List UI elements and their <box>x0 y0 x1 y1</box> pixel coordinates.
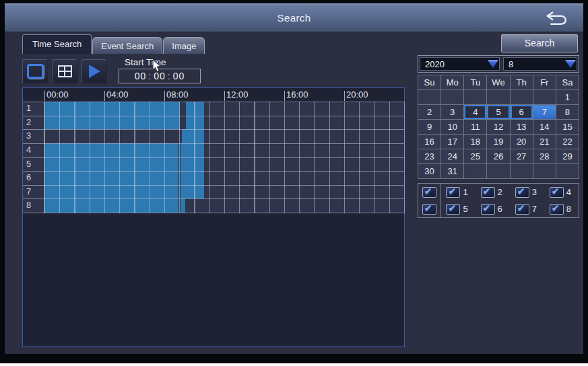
calendar-day-27[interactable]: 27 <box>510 149 533 164</box>
calendar-day-7[interactable]: 7 <box>533 105 556 120</box>
timeline-track-ch1[interactable] <box>44 102 404 116</box>
channel-checkbox-3[interactable]: ✔ <box>515 187 529 198</box>
timeline-channel-label: 2 <box>26 116 44 129</box>
search-button[interactable]: Search <box>501 34 578 52</box>
calendar-weekday-header: Su <box>418 75 441 90</box>
timeline-row-ch2[interactable]: 2 <box>23 116 404 130</box>
timeline-channel-label: 3 <box>26 129 44 143</box>
play-button[interactable] <box>81 59 107 83</box>
calendar-day-empty <box>487 164 510 179</box>
calendar-day-19[interactable]: 19 <box>487 135 510 149</box>
calendar-day-31[interactable]: 31 <box>441 164 464 179</box>
month-value: 8 <box>509 59 513 69</box>
channel-checkbox-7[interactable]: ✔ <box>515 204 529 215</box>
timeline-row-ch7[interactable]: 7 <box>23 185 404 199</box>
calendar-day-25[interactable]: 25 <box>464 149 487 164</box>
calendar-day-8[interactable]: 8 <box>556 105 579 120</box>
timeline-track-ch7[interactable] <box>44 185 404 199</box>
channel-checkbox-4[interactable]: ✔ <box>550 187 564 198</box>
check-icon: ✔ <box>483 203 491 213</box>
check-icon: ✔ <box>448 203 456 213</box>
year-dropdown[interactable]: 2020 <box>420 57 500 71</box>
calendar-day-22[interactable]: 22 <box>556 135 579 149</box>
recording-segment <box>181 185 203 199</box>
timeline-track-ch6[interactable] <box>44 171 404 185</box>
channel-checkbox-2[interactable]: ✔ <box>481 187 495 198</box>
timeline-row-ch4[interactable]: 4 <box>23 143 404 157</box>
calendar-day-3[interactable]: 3 <box>441 105 464 120</box>
timeline-row-ch1[interactable]: 1 <box>23 102 404 116</box>
calendar-day-16[interactable]: 16 <box>418 135 441 149</box>
calendar-day-20[interactable]: 20 <box>510 135 533 149</box>
calendar-day-12[interactable]: 12 <box>487 120 510 135</box>
calendar-day-29[interactable]: 29 <box>556 149 579 164</box>
calendar-day-1[interactable]: 1 <box>556 90 579 105</box>
recording-segment <box>186 102 204 116</box>
calendar-day-24[interactable]: 24 <box>441 149 464 164</box>
timeline-channel-label: 6 <box>26 171 44 184</box>
back-button[interactable] <box>539 7 574 28</box>
timeline-hour-label: 00:00 <box>46 89 69 100</box>
master-checkbox-row2[interactable]: ✔ <box>422 204 436 215</box>
tab-time-search[interactable]: Time Search <box>22 34 92 54</box>
calendar-day-28[interactable]: 28 <box>533 149 556 164</box>
recording-segment <box>181 171 203 185</box>
calendar-day-15[interactable]: 15 <box>556 120 579 135</box>
timeline-grid[interactable]: 12345678 <box>23 102 404 213</box>
calendar-day-11[interactable]: 11 <box>464 120 487 135</box>
quad-screen-button[interactable] <box>52 59 77 83</box>
timeline-track-ch8[interactable] <box>44 198 404 213</box>
recording-segment <box>44 171 178 185</box>
master-checkbox-row1[interactable]: ✔ <box>422 187 436 198</box>
calendar-day-13[interactable]: 13 <box>510 120 533 135</box>
calendar-day-empty <box>510 90 533 105</box>
timeline-panel: 00:0004:0008:0012:0016:0020:00 12345678 <box>22 87 405 347</box>
calendar-day-4[interactable]: 4 <box>464 105 487 120</box>
timeline-channel-label: 8 <box>26 198 44 212</box>
timeline-row-ch8[interactable]: 8 <box>23 198 404 213</box>
channel-checkbox-5[interactable]: ✔ <box>446 204 460 215</box>
channel-checkbox-group: ✔6 <box>476 204 510 215</box>
check-icon: ✔ <box>448 186 456 196</box>
calendar-day-empty <box>464 164 487 179</box>
channel-checkbox-8[interactable]: ✔ <box>550 204 564 215</box>
calendar-day-17[interactable]: 17 <box>441 135 464 149</box>
calendar-day-14[interactable]: 14 <box>533 120 556 135</box>
timeline-track-ch3[interactable] <box>44 129 404 143</box>
calendar-weekday-header: Th <box>510 75 533 90</box>
calendar-day-10[interactable]: 10 <box>441 120 464 135</box>
calendar-day-23[interactable]: 23 <box>418 149 441 164</box>
timeline-track-ch5[interactable] <box>44 157 404 172</box>
month-dropdown[interactable]: 8 <box>503 57 577 71</box>
timeline-row-ch5[interactable]: 5 <box>23 157 404 172</box>
play-icon <box>89 65 100 78</box>
channel-checkbox-group: ✔4 <box>544 187 579 198</box>
calendar-day-26[interactable]: 26 <box>487 149 510 164</box>
single-screen-button[interactable] <box>22 59 48 83</box>
calendar-day-empty <box>441 90 464 105</box>
tab-event-search[interactable]: Event Search <box>92 37 162 54</box>
timeline-row-ch6[interactable]: 6 <box>23 171 404 185</box>
recording-segment <box>181 198 185 213</box>
timeline-row-ch3[interactable]: 3 <box>23 129 404 143</box>
timeline-track-ch4[interactable] <box>44 143 404 157</box>
calendar-day-2[interactable]: 2 <box>418 105 441 120</box>
calendar-day-9[interactable]: 9 <box>418 120 441 135</box>
recording-segment <box>44 198 178 213</box>
channel-checkbox-1[interactable]: ✔ <box>446 187 460 198</box>
channel-checkbox-panel: ✔✔1✔2✔3✔4✔✔5✔6✔7✔8 <box>418 183 579 218</box>
timeline-track-ch2[interactable] <box>44 116 404 130</box>
calendar-day-30[interactable]: 30 <box>418 164 441 179</box>
tab-image[interactable]: Image <box>163 37 205 54</box>
channel-checkbox-6[interactable]: ✔ <box>481 204 495 215</box>
recording-segment <box>182 129 204 143</box>
calendar-day-18[interactable]: 18 <box>464 135 487 149</box>
check-icon: ✔ <box>424 186 432 196</box>
dvr-search-screen: Search Time SearchEvent SearchImage Sear… <box>0 0 588 366</box>
calendar-day-6[interactable]: 6 <box>510 105 533 120</box>
calendar-day-21[interactable]: 21 <box>533 135 556 149</box>
start-time-input[interactable]: 00:00:00 <box>119 69 201 83</box>
timeline-hour-label: 04:00 <box>106 89 129 100</box>
calendar-day-5[interactable]: 5 <box>487 105 510 120</box>
checkbox-label: 7 <box>532 204 537 214</box>
